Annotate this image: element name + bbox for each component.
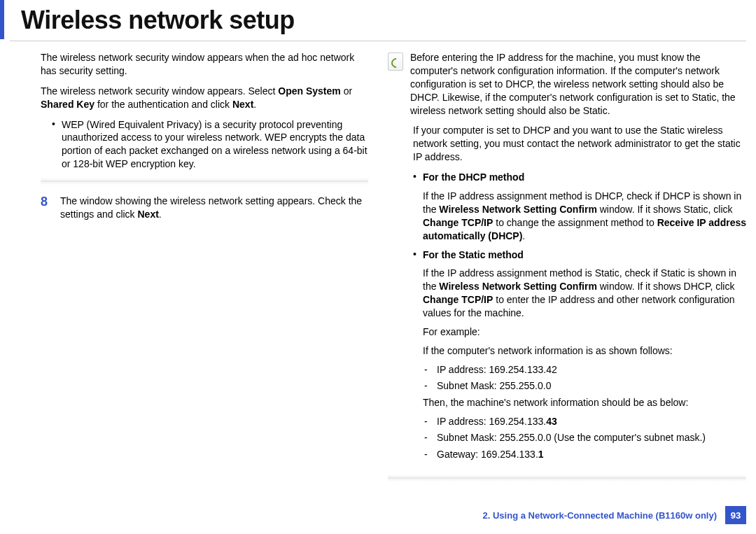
step-8: 8 The window showing the wireless networ…	[10, 195, 368, 221]
page-footer: 2. Using a Network-Connected Machine (B1…	[483, 506, 746, 524]
machine-ip-text: IP address: 169.254.133.43	[437, 415, 746, 429]
static-head-text: For the Static method	[423, 248, 746, 262]
comp-mask-text: Subnet Mask: 255.255.0.0	[437, 379, 746, 393]
left-paragraph-1: The wireless network security window app…	[10, 51, 368, 78]
bold-shared-key: Shared Key	[41, 99, 94, 110]
dhcp-heading: • For the DHCP method	[388, 171, 746, 184]
machine-mask-text: Subnet Mask: 255.255.0.0 (Use the comput…	[437, 431, 746, 445]
note-text: Before entering the IP address for the m…	[410, 51, 746, 117]
text: to change the assignment method to	[493, 217, 657, 228]
text: Gateway: 169.254.133.	[437, 449, 538, 460]
bullet-dot: •	[413, 171, 423, 184]
for-example: For example:	[388, 325, 746, 339]
bold-next: Next	[138, 209, 159, 220]
dhcp-head-text: For the DHCP method	[423, 171, 746, 184]
text: .	[253, 99, 256, 110]
text: or	[341, 85, 352, 97]
bold-open-system: Open System	[278, 85, 340, 97]
step-text: The window showing the wireless network …	[60, 195, 368, 221]
bullet-dot: •	[52, 118, 62, 171]
footer-chapter: 2. Using a Network-Connected Machine (B1…	[483, 510, 717, 521]
dhcp-body: If the IP address assignment method is D…	[388, 190, 746, 243]
page-title: Wireless network setup	[0, 0, 756, 39]
comp-mask: -Subnet Mask: 255.255.0.0	[388, 379, 746, 393]
machine-gateway: -Gateway: 169.254.133.1	[388, 448, 746, 462]
dash: -	[424, 379, 437, 393]
left-column: The wireless network security window app…	[10, 51, 368, 491]
text: The wireless network security window app…	[41, 85, 278, 97]
content-columns: The wireless network security window app…	[0, 51, 756, 491]
bold-wns-confirm: Wireless Network Setting Confirm	[439, 281, 596, 292]
text: window. If it shows Static, click	[597, 204, 733, 215]
machine-ip: -IP address: 169.254.133.43	[388, 415, 746, 429]
dash: -	[424, 431, 437, 445]
comp-ip-text: IP address: 169.254.133.42	[437, 363, 746, 377]
section-divider	[388, 475, 746, 482]
wep-text: WEP (Wired Equivalent Privacy) is a secu…	[62, 118, 368, 171]
step-number: 8	[41, 195, 60, 221]
right-paragraph-2: If your computer is set to DHCP and you …	[388, 124, 746, 164]
dash: -	[424, 448, 437, 462]
bold-change-tcpip: Change TCP/IP	[423, 294, 493, 305]
bold-change-tcpip: Change TCP/IP	[423, 217, 493, 228]
example-intro: If the computer's network information is…	[388, 344, 746, 358]
machine-gw-text: Gateway: 169.254.133.1	[437, 448, 746, 462]
machine-mask: -Subnet Mask: 255.255.0.0 (Use the compu…	[388, 431, 746, 445]
section-divider	[41, 178, 368, 185]
text: .	[159, 209, 162, 220]
dash: -	[424, 415, 437, 429]
note-icon	[388, 52, 403, 71]
static-heading: • For the Static method	[388, 248, 746, 262]
text: for the authentication and click	[94, 99, 232, 110]
note-block: Before entering the IP address for the m…	[388, 51, 746, 117]
text: .	[522, 230, 525, 241]
bold-gw-last: 1	[538, 449, 544, 460]
static-body: If the IP address assignment method is S…	[388, 267, 746, 320]
text: window. If it shows DHCP, click	[597, 281, 735, 292]
page-number: 93	[725, 506, 746, 524]
wep-bullet: • WEP (Wired Equivalent Privacy) is a se…	[10, 118, 368, 171]
left-paragraph-2: The wireless network security window app…	[10, 85, 368, 111]
title-divider	[10, 41, 746, 41]
dash: -	[424, 363, 437, 377]
bold-next: Next	[232, 99, 253, 110]
right-column: Before entering the IP address for the m…	[388, 51, 746, 491]
then-text: Then, the machine's network information …	[388, 396, 746, 409]
bold-wns-confirm: Wireless Network Setting Confirm	[439, 204, 596, 215]
bold-ip-last: 43	[546, 416, 557, 427]
comp-ip: -IP address: 169.254.133.42	[388, 363, 746, 377]
text: The window showing the wireless network …	[60, 195, 362, 220]
bullet-dot: •	[413, 248, 423, 262]
text: IP address: 169.254.133.	[437, 416, 546, 427]
